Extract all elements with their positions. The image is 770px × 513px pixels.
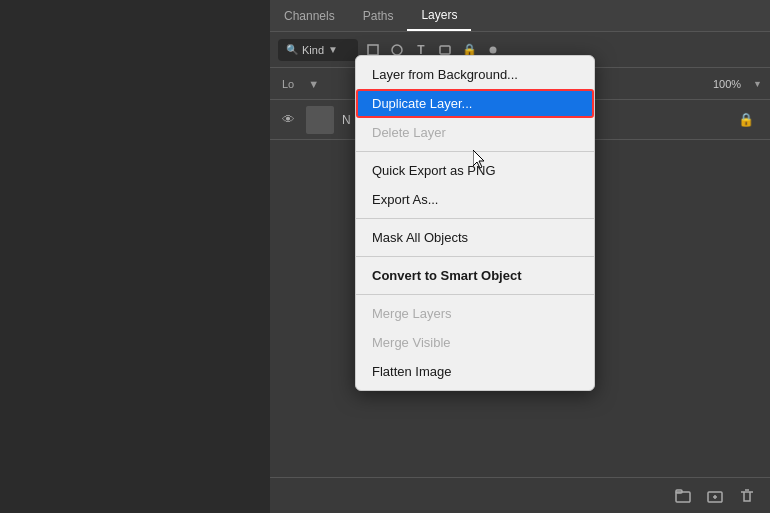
menu-item-merge-layers: Merge Layers — [356, 299, 594, 328]
svg-point-3 — [490, 46, 497, 53]
left-sidebar — [0, 0, 270, 513]
tab-paths[interactable]: Paths — [349, 0, 408, 31]
svg-rect-0 — [368, 45, 378, 55]
layer-thumbnail — [306, 106, 334, 134]
menu-item-merge-visible: Merge Visible — [356, 328, 594, 357]
separator-2 — [356, 218, 594, 219]
create-group-icon[interactable] — [672, 485, 694, 507]
visibility-icon[interactable]: 👁 — [278, 110, 298, 130]
add-layer-icon[interactable] — [704, 485, 726, 507]
layer-mode-label: Lo — [282, 78, 294, 90]
menu-item-mask-all-objects[interactable]: Mask All Objects — [356, 223, 594, 252]
lock-icon: 🔒 — [738, 112, 754, 127]
separator-4 — [356, 294, 594, 295]
menu-item-flatten-image[interactable]: Flatten Image — [356, 357, 594, 386]
context-menu: Layer from Background... Duplicate Layer… — [355, 55, 595, 391]
separator-1 — [356, 151, 594, 152]
menu-item-export-as[interactable]: Export As... — [356, 185, 594, 214]
tab-layers[interactable]: Layers — [407, 0, 471, 31]
bottom-toolbar — [270, 477, 770, 513]
menu-item-convert-smart-object[interactable]: Convert to Smart Object — [356, 261, 594, 290]
menu-item-layer-from-background[interactable]: Layer from Background... — [356, 60, 594, 89]
layer-name: N — [342, 113, 351, 127]
layers-panel-header: Channels Paths Layers — [270, 0, 770, 32]
menu-item-delete-layer: Delete Layer — [356, 118, 594, 147]
svg-point-1 — [392, 45, 402, 55]
menu-item-quick-export[interactable]: Quick Export as PNG — [356, 156, 594, 185]
tab-channels[interactable]: Channels — [270, 0, 349, 31]
opacity-value: 100% — [713, 78, 741, 90]
opacity-dropdown-arrow: ▼ — [753, 79, 762, 89]
kind-dropdown-arrow: ▼ — [328, 44, 338, 55]
svg-rect-2 — [440, 46, 450, 54]
dropdown-arrow-mode: ▼ — [308, 78, 319, 90]
separator-3 — [356, 256, 594, 257]
menu-item-duplicate-layer[interactable]: Duplicate Layer... — [356, 89, 594, 118]
kind-filter[interactable]: 🔍 Kind ▼ — [278, 39, 358, 61]
delete-layer-icon[interactable] — [736, 485, 758, 507]
